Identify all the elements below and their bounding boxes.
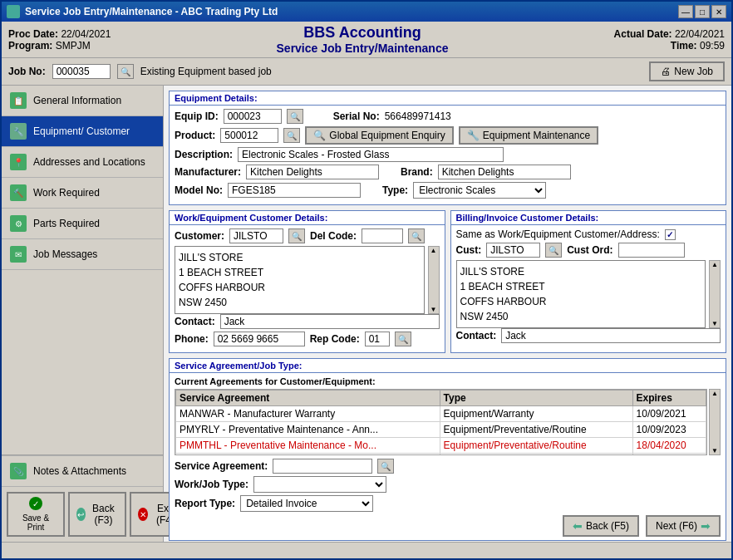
equip-id-input[interactable] [224, 109, 282, 124]
customer-search-button[interactable]: 🔍 [288, 228, 305, 243]
action-row: ✓ Save &Print ↩ Back (F3) ✕ Exit (F4) [2, 487, 163, 542]
service-agreement-input[interactable] [273, 459, 372, 474]
col-header-expires: Expires [632, 391, 706, 406]
table-row[interactable]: PMMTHL - Preventative Maintenance - Mo..… [176, 454, 706, 456]
work-contact-input[interactable] [220, 314, 440, 329]
agreements-table-wrapper: Service Agreement Type Expires MANWAR - … [175, 389, 707, 455]
type-select[interactable]: Electronic Scales [413, 182, 546, 199]
table-row[interactable]: PMMTHL - Preventative Maintenance - Mo..… [176, 438, 706, 454]
save-print-button[interactable]: ✓ Save &Print [7, 492, 65, 537]
model-row: Model No: Type: Electronic Scales [175, 182, 721, 199]
scroll-up-arrow[interactable]: ▲ [430, 247, 437, 254]
sidebar-item-job-messages[interactable]: ✉ Job Messages [2, 239, 163, 270]
manufacturer-label: Manufacturer: [175, 166, 241, 178]
table-row[interactable]: PMYRLY - Preventative Maintenance - Ann.… [176, 422, 706, 438]
table-scroll-up-arrow[interactable]: ▲ [711, 390, 718, 397]
same-as-row: Same as Work/Equipment Customer/Address:… [456, 228, 721, 240]
billing-address-line4: NSW 2450 [460, 309, 702, 324]
expires-col: 10/09/2023 [632, 422, 706, 438]
manufacturer-row: Manufacturer: Brand: [175, 165, 721, 179]
sidebar-item-equipment-customer-label: Equipment/ Customer [33, 125, 130, 137]
minimize-button[interactable]: — [678, 5, 693, 18]
table-scrollbar[interactable]: ▲ ▼ [709, 389, 721, 455]
table-row[interactable]: MANWAR - Manufacturer Warranty Equipment… [176, 406, 706, 422]
del-code-search-button[interactable]: 🔍 [408, 228, 425, 243]
service-agreement-row: Service Agreement: 🔍 [175, 459, 721, 474]
product-search-button[interactable]: 🔍 [283, 128, 300, 143]
equip-id-label: Equip ID: [175, 111, 219, 122]
next-f6-button[interactable]: Next (F6) ➡ [646, 515, 721, 537]
model-no-input[interactable] [228, 183, 361, 198]
nav-buttons: ⬅ Back (F5) Next (F6) ➡ [175, 515, 721, 537]
billing-cust-search-button[interactable]: 🔍 [545, 243, 562, 258]
sidebar-item-addresses[interactable]: 📍 Addresses and Locations [2, 147, 163, 178]
sidebar-item-notes[interactable]: 📎 Notes & Attachments [2, 455, 163, 487]
service-agreement-search-button[interactable]: 🔍 [377, 459, 394, 474]
product-label: Product: [175, 130, 215, 141]
billing-cust-row: Cust: 🔍 Cust Ord: [456, 243, 721, 258]
rep-code-input[interactable] [365, 332, 390, 346]
close-button[interactable]: ✕ [711, 5, 726, 18]
back-button[interactable]: ↩ Back (F3) [68, 492, 126, 537]
sidebar-item-equipment-customer[interactable]: 🔧 Equipment/ Customer [2, 116, 163, 147]
table-scroll-down-arrow[interactable]: ▼ [711, 447, 718, 454]
phone-input[interactable] [214, 332, 305, 346]
del-code-label: Del Code: [310, 230, 357, 242]
work-contact-row: Contact: [175, 314, 440, 329]
sidebar-item-notes-label: Notes & Attachments [33, 465, 126, 477]
billing-contact-input[interactable] [501, 328, 721, 343]
billing-scroll-up-arrow[interactable]: ▲ [711, 261, 718, 268]
job-type-text: Existing Equipment based job [140, 66, 272, 77]
brand-input[interactable] [438, 165, 571, 179]
proc-date-row: Proc Date: 22/04/2021 [8, 28, 111, 40]
global-equip-enquiry-button[interactable]: 🔍 Global Equipment Enquiry [305, 126, 453, 145]
equip-maintenance-button[interactable]: 🔧 Equipment Maintenance [459, 126, 598, 145]
work-job-type-row: Work/Job Type: [175, 476, 721, 493]
actual-date-value: 22/04/2021 [675, 28, 725, 40]
top-bar-right: Actual Date: 22/04/2021 Time: 09:59 [614, 28, 725, 52]
billing-scroll-down-arrow[interactable]: ▼ [711, 320, 718, 327]
sidebar-item-parts-required[interactable]: ⚙ Parts Required [2, 209, 163, 239]
scroll-down-arrow[interactable]: ▼ [430, 306, 437, 313]
equip-maint-icon: 🔧 [467, 130, 480, 141]
serial-no-label: Serial No: [333, 111, 380, 122]
report-type-select[interactable]: Detailed Invoice Summary Invoice Work Or… [240, 495, 373, 512]
back-f5-button[interactable]: ⬅ Back (F5) [563, 515, 639, 537]
address-scrollbar[interactable]: ▲ ▼ [428, 246, 440, 314]
new-job-button[interactable]: 🖨 New Job [649, 61, 725, 81]
billing-cust-input[interactable] [486, 243, 540, 258]
cust-ord-input[interactable] [618, 243, 685, 258]
billing-scrollbar[interactable]: ▲ ▼ [709, 260, 721, 328]
customer-input[interactable] [229, 228, 283, 243]
work-customer-section-title: Work/Equipment Customer Details: [170, 211, 445, 225]
proc-date-value: 22/04/2021 [61, 28, 111, 40]
job-no-input[interactable] [52, 64, 111, 79]
two-col-section: Work/Equipment Customer Details: Custome… [169, 210, 726, 353]
product-input[interactable] [220, 128, 278, 143]
col-header-type: Type [440, 391, 632, 406]
title-bar-controls: — □ ✕ [678, 5, 726, 18]
time-label: Time: [671, 40, 697, 52]
agreements-table: Service Agreement Type Expires MANWAR - … [175, 390, 706, 455]
status-bar [2, 542, 731, 558]
same-as-checkbox[interactable]: ✓ [665, 229, 676, 240]
del-code-input[interactable] [362, 228, 403, 243]
description-label: Description: [175, 149, 233, 160]
work-job-type-select[interactable] [253, 476, 386, 493]
window-title: Service Job Entry/Maintenance - ABC Trad… [25, 6, 278, 17]
manufacturer-input[interactable] [246, 165, 379, 179]
exit-icon: ✕ [138, 508, 148, 521]
equip-id-search-button[interactable]: 🔍 [287, 109, 303, 124]
sidebar-item-general-info[interactable]: 📋 General Information [2, 86, 163, 116]
work-required-icon: 🔨 [10, 184, 27, 201]
description-input[interactable] [238, 147, 504, 162]
rep-code-search-button[interactable]: 🔍 [395, 332, 411, 346]
sidebar-item-work-required[interactable]: 🔨 Work Required [2, 178, 163, 209]
equipment-customer-icon: 🔧 [10, 123, 27, 140]
job-no-search-button[interactable]: 🔍 [117, 64, 134, 79]
top-bar-info: Proc Date: 22/04/2021 Program: SMPJM [8, 28, 111, 52]
expires-col: 01/10/2020 [632, 454, 706, 456]
billing-cust-label: Cust: [456, 244, 482, 256]
maximize-button[interactable]: □ [695, 5, 710, 18]
service-agreement-field-label: Service Agreement: [175, 460, 268, 472]
